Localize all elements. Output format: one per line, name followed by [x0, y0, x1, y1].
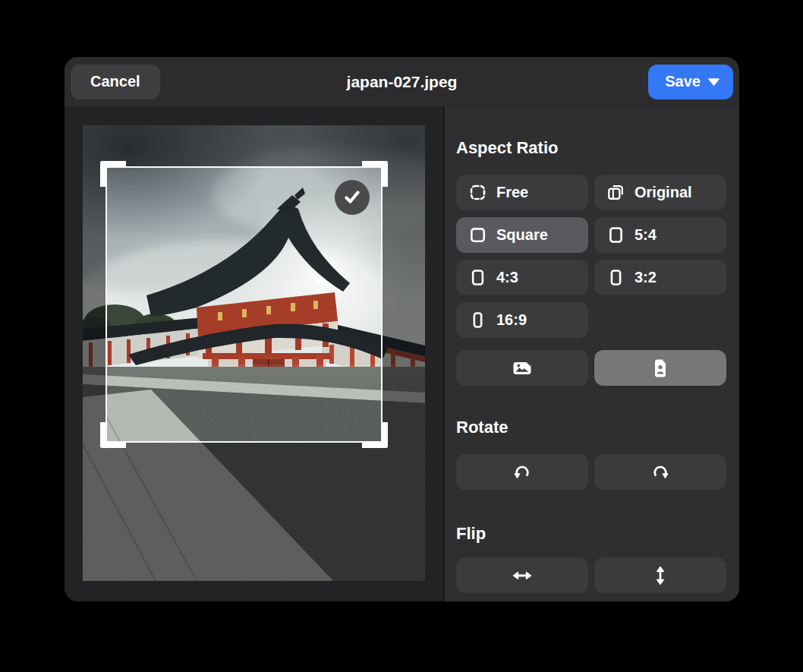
flip-row	[456, 557, 726, 593]
aspect-option-original[interactable]: Original	[594, 175, 726, 210]
flip-vertical-button[interactable]	[594, 557, 726, 593]
rotate-row	[456, 454, 726, 490]
edit-controls-panel: Aspect Ratio Free	[445, 106, 739, 601]
dialog-content: Aspect Ratio Free	[65, 106, 739, 601]
screen-background: Cancel japan-027.jpeg Save	[0, 0, 803, 672]
aspect-option-4-3[interactable]: 4:3	[456, 260, 588, 295]
aspect-option-label: 3:2	[635, 269, 657, 286]
ratio-16-9-icon	[468, 311, 487, 330]
aspect-option-square[interactable]: Square	[456, 217, 588, 253]
aspect-option-5-4[interactable]: 5:4	[594, 217, 726, 253]
checkmark-icon	[342, 188, 362, 207]
filename-title: japan-027.jpeg	[65, 73, 739, 91]
rotate-right-button[interactable]	[594, 454, 726, 490]
rotate-clockwise-icon	[649, 461, 672, 484]
caret-down-icon	[708, 78, 720, 86]
ratio-3-2-icon	[606, 268, 625, 287]
photo-preview[interactable]	[83, 125, 425, 581]
flip-heading: Flip	[456, 524, 726, 544]
cancel-button[interactable]: Cancel	[71, 65, 160, 99]
aspect-option-label: 5:4	[635, 226, 657, 244]
aspect-option-label: 16:9	[496, 311, 527, 329]
aspect-option-label: Square	[496, 226, 548, 244]
rotate-left-button[interactable]	[456, 454, 588, 490]
rotate-heading: Rotate	[456, 418, 726, 437]
photo-canvas	[65, 106, 445, 601]
free-marquee-icon	[468, 183, 487, 202]
flip-vertical-icon	[649, 564, 672, 587]
save-button[interactable]: Save	[648, 65, 733, 99]
crop-handle-bottom-right[interactable]	[362, 422, 388, 448]
save-button-label: Save	[665, 73, 701, 90]
aspect-option-16-9[interactable]: 16:9	[456, 302, 588, 338]
portrait-photo-icon	[650, 358, 671, 379]
dialog-topbar: Cancel japan-027.jpeg Save	[65, 57, 739, 106]
image-edit-dialog: Cancel japan-027.jpeg Save	[65, 57, 739, 601]
ratio-5-4-icon	[606, 226, 625, 245]
orientation-row	[456, 350, 726, 386]
aspect-option-label: 4:3	[496, 269, 518, 286]
orientation-landscape-button[interactable]	[456, 350, 588, 386]
flip-horizontal-button[interactable]	[456, 557, 588, 593]
square-ratio-icon	[468, 226, 487, 245]
crop-region[interactable]	[105, 166, 383, 443]
aspect-option-free[interactable]: Free	[456, 175, 588, 210]
flip-horizontal-icon	[511, 564, 534, 587]
crop-handle-top-left[interactable]	[100, 161, 126, 187]
crop-handle-bottom-left[interactable]	[100, 422, 126, 448]
aspect-ratio-grid: Free Original	[456, 175, 726, 338]
aspect-option-3-2[interactable]: 3:2	[594, 260, 726, 295]
original-frames-icon	[606, 183, 625, 202]
crop-handle-top-right[interactable]	[362, 161, 388, 187]
aspect-ratio-heading: Aspect Ratio	[456, 138, 726, 158]
ratio-4-3-icon	[468, 268, 487, 287]
aspect-option-label: Free	[496, 184, 528, 201]
landscape-photo-icon	[512, 358, 533, 379]
orientation-portrait-button[interactable]	[594, 350, 726, 386]
aspect-option-label: Original	[635, 184, 692, 201]
crop-confirm-badge[interactable]	[335, 180, 370, 215]
rotate-counterclockwise-icon	[511, 461, 534, 484]
